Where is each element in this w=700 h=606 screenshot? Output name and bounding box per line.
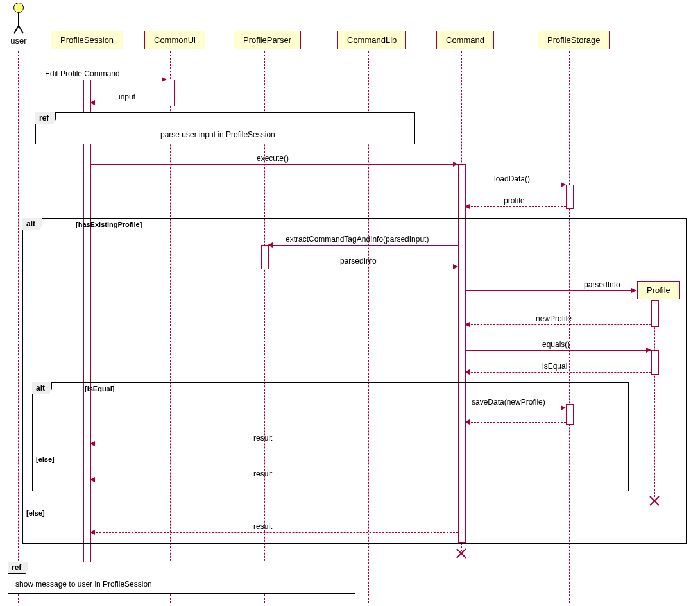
message-label: result: [253, 522, 272, 531]
actor-label: user: [9, 36, 28, 46]
participant-command: Command: [436, 31, 494, 49]
participant-profile-session: ProfileSession: [51, 31, 123, 49]
frame-divider: [32, 453, 627, 453]
alt-frame-label: alt: [22, 218, 42, 230]
destroy-icon: [648, 494, 661, 507]
message-label: result: [253, 433, 272, 442]
arrow-head-icon: [162, 77, 167, 82]
message-label: execute(): [257, 154, 289, 163]
participant-profile-storage: ProfileStorage: [538, 31, 610, 49]
message-label: Edit Profile Command: [45, 69, 120, 78]
participant-common-ui: CommonUi: [144, 31, 205, 49]
alt-guard: [else]: [26, 509, 45, 517]
arrow-head-icon: [561, 405, 566, 410]
frame-divider: [22, 507, 685, 507]
arrow: [465, 350, 651, 351]
participant-profile-parser: ProfileParser: [234, 31, 301, 49]
arrow: [268, 267, 458, 267]
sequence-diagram: user ProfileSession CommonUi ProfilePars…: [0, 0, 700, 606]
message-label: parsedInfo: [584, 280, 620, 289]
actor-leg-icon: [18, 26, 23, 34]
actor-head-icon: [13, 3, 24, 13]
arrow: [465, 290, 636, 291]
lifeline: [18, 51, 19, 603]
message-label: newProfile: [536, 314, 572, 323]
activation-bar: [566, 185, 574, 209]
arrow: [90, 480, 458, 480]
ref-frame: [8, 562, 355, 594]
message-label: profile: [504, 196, 525, 205]
arrow: [18, 80, 167, 80]
arrow: [268, 245, 458, 246]
arrow: [90, 164, 458, 165]
message-label: isEqual: [542, 362, 567, 371]
participant-command-lib: CommandLib: [337, 31, 406, 49]
ref-frame: [35, 112, 415, 144]
arrow: [90, 103, 167, 103]
ref-frame-text: parse user input in ProfileSession: [160, 130, 275, 139]
arrow-head-icon: [465, 369, 470, 375]
arrow: [465, 324, 651, 325]
ref-frame-label: ref: [8, 562, 28, 574]
message-label: loadData(): [494, 174, 530, 183]
destroy-icon: [455, 546, 468, 559]
arrow-head-icon: [646, 348, 651, 353]
arrow-head-icon: [561, 182, 566, 187]
actor-arms-icon: [9, 17, 27, 17]
alt-guard: [hasExistingProfile]: [76, 221, 142, 228]
arrow-head-icon: [465, 204, 470, 209]
arrow-head-icon: [268, 242, 273, 248]
ref-frame-label: ref: [35, 112, 56, 124]
ref-frame-text: show message to user in ProfileSession: [15, 580, 152, 589]
arrow-head-icon: [90, 477, 95, 482]
arrow-head-icon: [465, 419, 470, 425]
arrow-head-icon: [90, 530, 95, 535]
alt-guard: [isEqual]: [85, 385, 114, 392]
message-label: parsedInfo: [340, 257, 377, 265]
arrow-head-icon: [90, 441, 95, 446]
arrow: [465, 206, 566, 207]
arrow-head-icon: [90, 100, 95, 105]
message-label: saveData(newProfile): [472, 398, 545, 407]
arrow: [465, 372, 651, 373]
arrow-head-icon: [453, 264, 458, 269]
message-label: input: [119, 92, 135, 101]
arrow: [465, 408, 566, 408]
message-label: extractCommandTagAndInfo(parsedInput): [286, 235, 429, 244]
arrow-head-icon: [453, 162, 458, 167]
alt-guard: [else]: [36, 455, 55, 463]
arrow-head-icon: [465, 322, 470, 327]
arrow: [90, 444, 458, 444]
arrow: [465, 422, 566, 423]
message-label: result: [253, 469, 272, 478]
alt-frame-label: alt: [32, 382, 52, 394]
arrow: [465, 185, 566, 185]
arrow-head-icon: [631, 288, 636, 293]
message-label: equals(): [542, 340, 570, 349]
activation-bar: [167, 80, 175, 106]
actor-body-icon: [18, 13, 19, 26]
arrow: [90, 532, 458, 533]
